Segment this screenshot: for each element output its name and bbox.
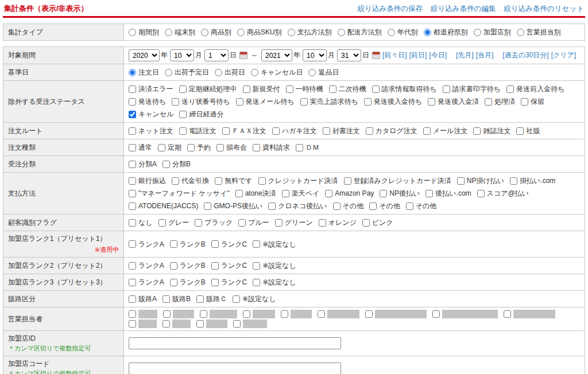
exclude-status-checkbox-13[interactable] [428,98,435,106]
order-class-option-1[interactable]: 分類B [163,158,191,170]
order-route-checkbox-6[interactable] [423,127,431,135]
sales-rep-checkbox-3[interactable] [243,310,250,318]
customer-flag-option-6[interactable]: ピンク [362,217,393,228]
exclude-status-option-5[interactable]: 請求情報取得待ち [372,83,437,95]
payment-method-option-12[interactable]: 後払い.com [425,188,471,199]
customer-flag-option-4[interactable]: グリーン [275,217,313,228]
aggregation-type-radio-6[interactable] [388,29,395,36]
customer-flag-checkbox-3[interactable] [238,219,246,227]
period-from-month-select[interactable]: 10 [170,49,194,61]
order-route-option-4[interactable]: 封書注文 [323,125,360,137]
payment-method-checkbox-9[interactable] [282,190,289,197]
order-kind-option-3[interactable]: 頒布会 [216,142,247,153]
payment-method-option-11[interactable]: NP後払い [380,188,420,199]
exclude-status-checkbox-14[interactable] [485,98,492,106]
sales-rep-option-9[interactable] [129,320,157,328]
aggregation-type-radio-0[interactable] [129,29,136,36]
exclude-status-option-13[interactable]: 発送後入金済 [428,96,479,107]
sales-rep-checkbox-8[interactable] [504,310,511,318]
base-date-option-4[interactable]: 返品日 [308,67,339,78]
base-date-option-1[interactable]: 出荷予定日 [165,67,209,78]
merchant-rank2-checkbox-0[interactable] [129,262,136,270]
aggregation-type-radio-9[interactable] [517,29,524,36]
exclude-status-checkbox-2[interactable] [243,85,250,93]
order-route-checkbox-0[interactable] [129,127,136,135]
aggregation-type-option-0[interactable]: 期間別 [129,26,159,38]
merchant-id-input[interactable] [129,337,341,349]
sales-rep-option-0[interactable] [129,310,157,318]
quick-link-4[interactable]: [当月] [476,50,494,60]
exclude-status-checkbox-7[interactable] [506,85,514,93]
payment-method-checkbox-18[interactable] [369,202,377,210]
sales-rep-checkbox-2[interactable] [200,310,207,318]
payment-method-checkbox-17[interactable] [333,202,341,210]
exclude-status-checkbox-11[interactable] [300,98,308,106]
exclude-status-checkbox-17[interactable] [179,111,187,118]
save-filter-link[interactable]: 絞り込み条件の保存 [358,4,423,14]
base-date-radio-1[interactable] [165,69,172,76]
order-route-checkbox-4[interactable] [323,127,330,135]
merchant-rank3-checkbox-3[interactable] [253,279,260,286]
payment-method-checkbox-10[interactable] [325,190,332,197]
merchant-rank2-option-1[interactable]: ランクB [170,260,206,271]
sales-rep-option-4[interactable] [281,310,312,318]
order-route-option-8[interactable]: 社販 [516,125,540,137]
period-to-day-select[interactable]: 31 [337,49,361,61]
exclude-status-checkbox-8[interactable] [129,98,136,106]
period-from-year-select[interactable]: 2020 [129,49,160,61]
payment-method-option-7[interactable]: "マネーフォワード ケッサイ" [129,188,230,199]
order-kind-checkbox-0[interactable] [129,144,136,151]
period-to-year-select[interactable]: 2021 [261,49,292,61]
customer-flag-option-3[interactable]: ブルー [238,217,269,228]
exclude-status-checkbox-15[interactable] [521,98,528,106]
sales-rep-option-5[interactable] [318,310,359,318]
sales-channel-checkbox-2[interactable] [196,295,204,303]
exclude-status-option-9[interactable]: 送り状番号待ち [172,96,230,107]
sales-channel-option-0[interactable]: 販路A [129,293,157,305]
merchant-rank2-option-2[interactable]: ランクC [211,260,247,271]
payment-method-checkbox-15[interactable] [204,202,211,210]
base-date-radio-0[interactable] [129,69,136,76]
merchant-rank1-option-3[interactable]: ※設定なし [253,239,296,250]
customer-flag-option-1[interactable]: グレー [158,217,189,228]
payment-method-option-13[interactable]: スコア@払い [477,188,529,199]
order-kind-checkbox-1[interactable] [158,144,165,151]
sales-rep-option-1[interactable] [163,310,194,318]
order-route-option-3[interactable]: ハガキ注文 [272,125,317,137]
exclude-status-option-17[interactable]: 締日経過分 [179,108,223,120]
order-kind-checkbox-4[interactable] [253,144,260,151]
quick-link-3[interactable]: [先月] [456,50,474,60]
sales-channel-checkbox-0[interactable] [129,295,136,303]
payment-method-option-4[interactable]: 登録済みクレジットカード決済 [344,175,451,186]
aggregation-type-radio-2[interactable] [201,29,208,36]
sales-rep-checkbox-6[interactable] [365,310,373,318]
merchant-rank3-checkbox-1[interactable] [170,279,177,286]
exclude-status-option-12[interactable]: 発送後入金待ち [364,96,422,107]
aggregation-type-radio-7[interactable] [424,29,431,36]
order-kind-option-5[interactable]: ＤＭ [296,142,319,153]
period-from-day-select[interactable]: 1 [204,49,229,61]
order-kind-checkbox-5[interactable] [296,144,303,151]
exclude-status-option-11[interactable]: 実売上請求待ち [300,96,358,107]
payment-method-option-0[interactable]: 銀行振込 [129,175,166,186]
customer-flag-checkbox-2[interactable] [195,219,202,227]
aggregation-type-option-8[interactable]: 加盟店別 [474,26,511,38]
exclude-status-option-10[interactable]: 発送メール待ち [236,96,295,107]
order-route-option-7[interactable]: 雑誌注文 [473,125,510,137]
quick-link-5[interactable]: [過去の30日分] [502,50,548,60]
base-date-radio-2[interactable] [215,69,222,76]
order-class-checkbox-0[interactable] [129,161,136,168]
sales-rep-option-2[interactable] [200,310,237,318]
sales-rep-option-3[interactable] [243,310,275,318]
payment-method-option-15[interactable]: GMO-PS後払い [204,200,262,212]
exclude-status-option-14[interactable]: 処理済 [485,96,515,107]
merchant-rank3-option-1[interactable]: ランクB [170,276,206,288]
exclude-status-checkbox-0[interactable] [129,85,136,93]
reset-filter-link[interactable]: 絞り込み条件のリセット [504,4,584,14]
payment-method-checkbox-8[interactable] [235,190,243,197]
sales-rep-option-10[interactable] [163,320,191,328]
exclude-status-checkbox-5[interactable] [372,85,380,93]
payment-method-checkbox-3[interactable] [258,177,266,185]
order-kind-option-1[interactable]: 定期 [158,142,181,153]
order-route-checkbox-5[interactable] [366,127,373,135]
